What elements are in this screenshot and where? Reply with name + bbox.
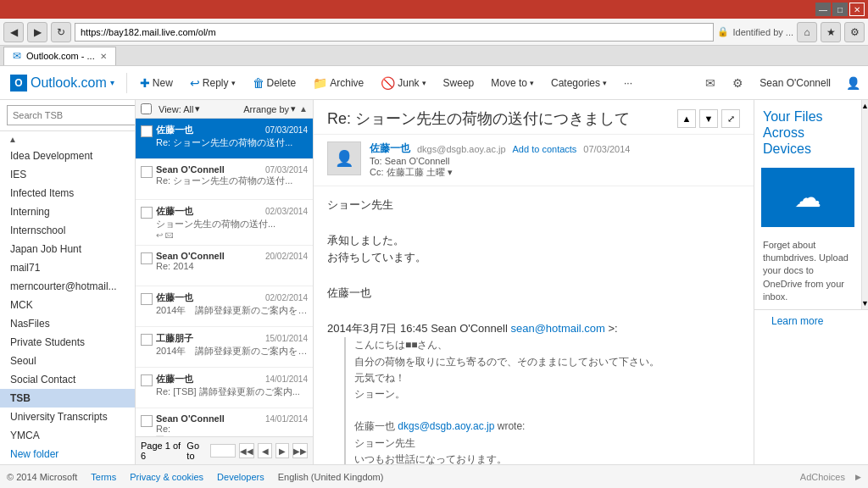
sidebar-item-japan-job-hunt[interactable]: Japan Job Hunt [0,240,135,258]
message-checkbox[interactable] [141,125,153,137]
ad-choices-text[interactable]: AdChoices [800,472,845,482]
goto-input[interactable] [210,444,236,458]
message-date: 14/01/2014 [265,414,308,424]
maximize-button[interactable]: □ [832,3,848,16]
message-checkbox[interactable] [141,207,153,219]
right-scroll-down-icon[interactable]: ▼ [861,299,868,308]
move-to-button[interactable]: Move to ▾ [483,69,542,97]
message-checkbox[interactable] [141,293,153,305]
message-checkbox[interactable] [141,166,153,178]
view-label: View: All [159,104,193,114]
message-item[interactable]: 工藤朋子15/01/20142014年 講師登録更新のご案内をお届けします [136,327,313,368]
delete-button[interactable]: 🗑 Delete [245,69,304,97]
user-avatar[interactable]: 👤 [841,71,865,95]
tab-close-button[interactable]: ✕ [100,52,107,61]
email-next-button[interactable]: ▼ [699,109,718,128]
sidebar: 🔍 ▲ Idea DevelopmentIESInfected ItemsInt… [0,100,136,464]
sidebar-item-university-transcripts[interactable]: University Transcripts [0,408,135,426]
quoted-greeting: こんにちは■■さん、 [354,337,740,353]
sweep-button[interactable]: Sweep [436,69,482,97]
message-sender: Sean O'Connell [156,413,225,424]
message-list: View: All ▾ Arrange by ▾ ▲ 佐藤一也07/03/201… [136,100,314,464]
message-preview: Re: [156,424,308,434]
email-from-name: 佐藤一也 [370,141,410,156]
sidebar-item-ies[interactable]: IES [0,165,135,184]
first-page-button[interactable]: ◀◀ [239,443,254,458]
close-button[interactable]: ✕ [849,3,865,16]
message-top-row: Sean O'Connell20/02/2014 [156,251,308,261]
sidebar-collapse-button[interactable]: ▲ [7,133,19,145]
refresh-button[interactable]: ↻ [51,22,71,42]
browser-settings-button[interactable]: ⚙ [844,22,865,42]
logo-dropdown-icon[interactable]: ▾ [110,78,114,87]
scroll-up-button[interactable]: ▲ [299,104,308,114]
message-top-row: 佐藤一也02/03/2014 [156,205,308,218]
message-list-toolbar: View: All ▾ Arrange by ▾ ▲ [136,100,313,119]
right-scroll-up-icon[interactable]: ▲ [861,102,868,110]
favorites-button[interactable]: ★ [821,22,841,42]
add-contact-button[interactable]: Add to contacts [513,144,577,154]
more-button[interactable]: ··· [616,69,640,97]
sidebar-item-private-students[interactable]: Private Students [0,333,135,352]
toolbar-right: ✉ ⚙ Sean O'Connell 👤 [698,71,865,95]
new-folder-item[interactable]: New folder [0,445,135,463]
language-label: English (United Kingdom) [278,472,384,482]
archive-button[interactable]: 📁 Archive [305,69,371,97]
sidebar-item-nasfiles[interactable]: NasFiles [0,314,135,333]
privacy-link[interactable]: Privacy & cookies [130,472,203,482]
view-select[interactable]: View: All ▾ [159,103,200,114]
sidebar-item-ymca[interactable]: YMCA [0,426,135,445]
categories-button[interactable]: Categories ▾ [543,69,615,97]
message-checkbox[interactable] [141,252,153,264]
search-input[interactable] [7,105,136,125]
junk-button[interactable]: 🚫 Junk ▾ [373,69,433,97]
email-subject-text: Re: ショーン先生の荷物の送付につきまして [327,108,630,129]
reply-button[interactable]: ↩ Reply ▾ [182,69,243,97]
message-item[interactable]: Sean O'Connell07/03/2014Re: ショーン先生の荷物の送付… [136,159,313,200]
sidebar-item-idea-development[interactable]: Idea Development [0,147,135,165]
minimize-button[interactable]: — [815,3,831,16]
email-expand-button[interactable]: ⤢ [721,109,740,128]
last-page-button[interactable]: ▶▶ [292,443,308,458]
message-checkbox[interactable] [141,334,153,346]
email-meta: 👤 佐藤一也 dkgs@dsgb.aoy.ac.jp Add to contac… [314,135,754,186]
message-item[interactable]: Sean O'Connell14/01/2014Re:🖂 [136,408,313,436]
address-input[interactable] [75,23,714,42]
message-item[interactable]: 佐藤一也14/01/2014Re: [TSB] 講師登録更新のご案内... [136,368,313,408]
sidebar-item-merncourter@hotmail...[interactable]: merncourter@hotmail... [0,277,135,296]
message-item[interactable]: 佐藤一也02/02/20142014年 講師登録更新のご案内をお届けします [136,286,313,327]
new-button[interactable]: ✚ New [132,69,181,97]
outlook-logo: O Outlook.com ▾ [3,75,121,92]
learn-more-button[interactable]: Learn more [763,310,832,332]
sidebar-item-mck[interactable]: MCK [0,296,135,314]
sidebar-item-seoul[interactable]: Seoul [0,352,135,370]
arrange-button[interactable]: Arrange by ▾ [243,103,296,114]
ad-choices-icon: ▶ [855,473,861,481]
terms-link[interactable]: Terms [91,472,116,482]
sidebar-item-internschool[interactable]: Internschool [0,221,135,240]
message-item[interactable]: 佐藤一也07/03/2014Re: ショーン先生の荷物の送付... [136,119,313,159]
settings-icon-button[interactable]: ⚙ [726,71,749,95]
back-button[interactable]: ◀ [3,22,24,42]
email-nav-buttons: ▲ ▼ ⤢ [677,109,740,128]
message-checkbox[interactable] [141,374,153,386]
sidebar-item-infected-items[interactable]: Infected Items [0,184,135,202]
sidebar-item-social-contact[interactable]: Social Contact [0,370,135,389]
outlook-tab[interactable]: ✉ Outlook.com - ... ✕ [3,47,116,65]
forward-button[interactable]: ▶ [27,22,47,42]
message-item[interactable]: Sean O'Connell20/02/2014Re: 2014 [136,246,313,286]
sidebar-item-mail71[interactable]: mail71 [0,258,135,277]
messages-icon-button[interactable]: ✉ [698,71,722,95]
next-page-button[interactable]: ▶ [275,443,289,458]
prev-page-button[interactable]: ◀ [258,443,271,458]
message-item[interactable]: 佐藤一也02/03/2014ショーン先生の荷物の送付...↩ 🖂 [136,200,313,246]
sidebar-item-tsb[interactable]: TSB [0,389,135,408]
developers-link[interactable]: Developers [217,472,264,482]
email-prev-button[interactable]: ▲ [677,109,696,128]
message-checkbox[interactable] [141,415,153,427]
sidebar-item-interning[interactable]: Interning [0,202,135,221]
reply-label: Reply [203,77,229,89]
home-button[interactable]: ⌂ [797,22,817,42]
view-dropdown-icon: ▾ [195,103,200,114]
select-all-checkbox[interactable] [141,103,152,114]
